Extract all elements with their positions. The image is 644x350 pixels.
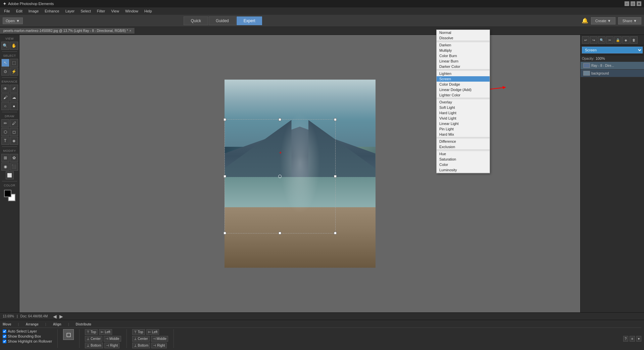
blend-color[interactable]: Color bbox=[437, 162, 490, 167]
red-eye-tool[interactable]: ◉ bbox=[1, 163, 9, 171]
text-tool[interactable]: T bbox=[1, 137, 9, 145]
panel-icon-2[interactable]: ↪ bbox=[590, 36, 597, 44]
status-arrow-left[interactable]: ◀ bbox=[53, 314, 57, 319]
blend-color-dodge[interactable]: Color Dodge bbox=[437, 82, 490, 87]
brush-draw-tool[interactable]: 🖊 bbox=[10, 119, 18, 127]
handle-br[interactable] bbox=[334, 232, 337, 234]
shape-tool[interactable]: ◻ bbox=[10, 128, 18, 136]
dodge-tool[interactable]: ○ bbox=[1, 102, 9, 110]
blend-soft-light[interactable]: Soft Light bbox=[437, 105, 490, 110]
blend-saturation[interactable]: Saturation bbox=[437, 157, 490, 162]
tab-quick[interactable]: Quick bbox=[184, 16, 208, 25]
foreground-swatch[interactable] bbox=[4, 190, 11, 197]
marquee-tool[interactable]: ⬚ bbox=[10, 59, 18, 67]
lasso-tool[interactable]: ⊙ bbox=[1, 68, 9, 76]
hand-tool[interactable]: ✋ bbox=[10, 42, 18, 50]
panel-icon-1[interactable]: ↩ bbox=[582, 36, 589, 44]
blend-luminosity[interactable]: Luminosity bbox=[437, 167, 490, 173]
layer-item-ray[interactable]: Ray - 8 - Dire... bbox=[581, 62, 644, 70]
blend-hue[interactable]: Hue bbox=[437, 151, 490, 157]
retouch-tool[interactable]: ✿ bbox=[10, 154, 18, 162]
distribute-top-button[interactable]: ⊤ Top bbox=[132, 329, 145, 335]
menu-enhance[interactable]: Enhance bbox=[42, 8, 62, 14]
distribute-bottom-button[interactable]: ⊥ Bottom bbox=[132, 343, 150, 348]
menu-layer[interactable]: Layer bbox=[63, 8, 78, 14]
blend-darken[interactable]: Darken bbox=[437, 42, 490, 48]
align-left-button[interactable]: ⊢ Left bbox=[99, 329, 112, 335]
status-arrow-right[interactable]: ▶ bbox=[59, 314, 63, 319]
bounding-box-checkbox[interactable] bbox=[3, 335, 6, 338]
clone-tool[interactable]: ✐ bbox=[10, 85, 18, 93]
canvas-area[interactable]: + bbox=[19, 35, 580, 312]
panel-icon-4[interactable]: ✂ bbox=[606, 36, 613, 44]
panel-icon-3[interactable]: 🔍 bbox=[598, 36, 605, 44]
eraser-tool[interactable]: ◈ bbox=[10, 137, 18, 145]
align-middle-v-button[interactable]: ⊣ Middle bbox=[104, 336, 121, 342]
blend-multiply[interactable]: Multiply bbox=[437, 48, 490, 53]
panel-icon-6[interactable]: ◈ bbox=[622, 36, 630, 44]
brush-enhance-tool[interactable]: 🖌 bbox=[1, 93, 9, 101]
handle-tm[interactable] bbox=[279, 118, 281, 121]
highlight-rollover-checkbox[interactable] bbox=[3, 340, 6, 343]
align-top-button[interactable]: ⊤ Top bbox=[85, 329, 98, 335]
blend-difference[interactable]: Difference bbox=[437, 139, 490, 144]
settings-bottom-button[interactable]: ≡ bbox=[630, 336, 635, 342]
crop-tool[interactable]: ⊞ bbox=[1, 154, 9, 162]
align-center-h-button[interactable]: ⊥ Center bbox=[85, 336, 102, 342]
distribute-center-button[interactable]: ⊥ Center bbox=[132, 336, 150, 342]
blend-lighter-color[interactable]: Lighter Color bbox=[437, 92, 490, 98]
help-button[interactable]: ? bbox=[623, 336, 629, 342]
handle-tr[interactable] bbox=[334, 118, 337, 121]
blend-pin-light[interactable]: Pin Light bbox=[437, 126, 490, 132]
smudge-tool[interactable]: ☁ bbox=[10, 93, 18, 101]
collapse-button[interactable]: ▾ bbox=[636, 336, 641, 342]
blend-vivid-light[interactable]: Vivid Light bbox=[437, 116, 490, 121]
eye-tool[interactable]: 👁 bbox=[1, 85, 9, 93]
align-bottom-button[interactable]: ⊥ Bottom bbox=[85, 343, 103, 348]
maximize-button[interactable]: □ bbox=[631, 1, 635, 6]
distribute-right-button[interactable]: ⊣ Right bbox=[151, 343, 166, 348]
blend-lighten[interactable]: Lighten bbox=[437, 71, 490, 76]
distribute-left-button[interactable]: ⊢ Left bbox=[146, 329, 159, 335]
panel-icon-5[interactable]: 🔒 bbox=[614, 36, 622, 44]
menu-edit[interactable]: Edit bbox=[13, 8, 25, 14]
menu-file[interactable]: File bbox=[1, 8, 13, 14]
panel-icon-delete[interactable]: 🗑 bbox=[630, 36, 638, 44]
auto-select-checkbox[interactable] bbox=[3, 330, 6, 333]
blend-linear-burn[interactable]: Linear Burn bbox=[437, 58, 490, 64]
blend-exclusion[interactable]: Exclusion bbox=[437, 144, 490, 149]
tab-expert[interactable]: Expert bbox=[237, 16, 262, 25]
distribute-middle-button[interactable]: ⊣ Middle bbox=[151, 336, 168, 342]
blend-darker-color[interactable]: Darker Color bbox=[437, 64, 490, 69]
burn-tool[interactable]: ● bbox=[10, 102, 18, 110]
pen-tool[interactable]: ✏ bbox=[1, 119, 9, 127]
handle-bm[interactable] bbox=[279, 232, 281, 234]
canvas-image[interactable]: + bbox=[225, 80, 376, 268]
blend-linear-light[interactable]: Linear Light bbox=[437, 121, 490, 126]
move-tool[interactable]: ↖ bbox=[1, 59, 9, 67]
blend-hard-light[interactable]: Hard Light bbox=[437, 110, 490, 116]
align-right-button[interactable]: ⊣ Right bbox=[104, 343, 119, 348]
blend-hard-mix[interactable]: Hard Mix bbox=[437, 132, 490, 137]
layer-item-bg[interactable]: background bbox=[581, 70, 644, 77]
blend-linear-dodge[interactable]: Linear Dodge (Add) bbox=[437, 87, 490, 92]
menu-view[interactable]: View bbox=[108, 8, 122, 14]
menu-window[interactable]: Window bbox=[122, 8, 141, 14]
menu-image[interactable]: Image bbox=[26, 8, 42, 14]
handle-mr[interactable] bbox=[334, 175, 337, 178]
open-button[interactable]: Open ▼ bbox=[3, 17, 23, 24]
handle-ml[interactable] bbox=[224, 175, 226, 178]
share-button[interactable]: Share ▼ bbox=[618, 17, 641, 25]
close-button[interactable]: ✕ bbox=[637, 1, 641, 6]
tab-close-button[interactable]: × bbox=[129, 29, 131, 33]
color-swatches[interactable] bbox=[1, 188, 18, 203]
handle-tl[interactable] bbox=[224, 118, 226, 121]
color-replace-tool[interactable]: ⬛ bbox=[10, 163, 18, 171]
menu-help[interactable]: Help bbox=[142, 8, 155, 14]
blend-mode-select[interactable]: Screen bbox=[582, 47, 643, 53]
zoom-tool[interactable]: 🔍 bbox=[1, 42, 9, 50]
tab-guided[interactable]: Guided bbox=[209, 16, 236, 25]
create-button[interactable]: Create ▼ bbox=[591, 17, 615, 25]
blend-normal[interactable]: Normal bbox=[437, 30, 490, 35]
blend-screen[interactable]: Screen bbox=[437, 76, 490, 82]
